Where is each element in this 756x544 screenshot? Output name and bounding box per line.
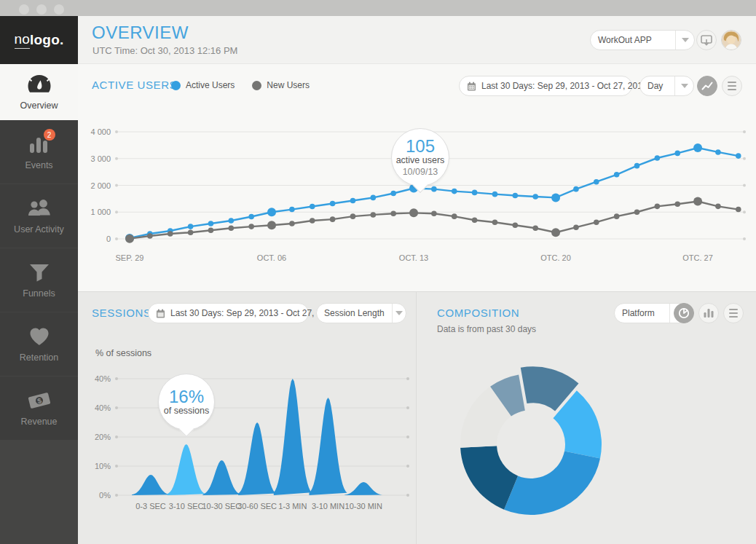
data-point[interactable] xyxy=(674,151,680,157)
pie-view-button[interactable] xyxy=(674,303,694,323)
data-point[interactable] xyxy=(492,219,498,225)
data-point[interactable] xyxy=(208,221,214,226)
data-point[interactable] xyxy=(573,224,579,230)
session-length-peak[interactable] xyxy=(168,444,205,495)
sessions-metric-selector[interactable]: Session Length xyxy=(316,303,406,323)
sidebar-item-overview[interactable]: Overview xyxy=(0,64,78,120)
data-point[interactable] xyxy=(289,207,295,213)
sessions-chart[interactable]: 40%40%20%10%0%0-3 SEC3-10 SEC10-30 SEC30… xyxy=(78,365,417,521)
data-point[interactable] xyxy=(229,226,235,232)
utc-time: UTC Time: Oct 30, 2013 12:16 PM xyxy=(92,45,237,56)
sidebar-item-label: Retention xyxy=(20,352,59,363)
data-point[interactable] xyxy=(594,179,599,185)
chevron-down-icon xyxy=(681,84,688,88)
session-length-peak[interactable] xyxy=(238,422,276,495)
data-point[interactable] xyxy=(371,195,377,201)
data-point[interactable] xyxy=(267,208,276,216)
data-point[interactable] xyxy=(188,229,194,235)
pie-chart-icon xyxy=(678,307,690,319)
data-point[interactable] xyxy=(452,189,457,194)
sidebar-item-funnels[interactable]: Funnels xyxy=(0,248,78,312)
sidebar-item-events[interactable]: 2 Events xyxy=(0,120,78,184)
data-point[interactable] xyxy=(330,201,336,207)
granularity-caret[interactable] xyxy=(674,76,693,95)
data-point[interactable] xyxy=(736,207,741,213)
data-point[interactable] xyxy=(551,193,560,202)
sidebar-item-retention[interactable]: Retention xyxy=(0,312,78,377)
data-point[interactable] xyxy=(513,222,519,228)
data-point[interactable] xyxy=(310,204,315,210)
bar-view-button[interactable] xyxy=(698,303,719,323)
data-point[interactable] xyxy=(693,143,702,152)
data-point[interactable] xyxy=(229,218,235,224)
date-range-selector[interactable]: Last 30 Days: Sep 29, 2013 - Oct 27, 201… xyxy=(459,76,632,96)
sidebar-item-user-activity[interactable]: User Activity xyxy=(0,184,78,248)
data-point[interactable] xyxy=(168,231,173,237)
window-dot-icon[interactable] xyxy=(36,4,47,15)
data-point[interactable] xyxy=(634,163,640,169)
data-point[interactable] xyxy=(736,153,741,159)
data-point[interactable] xyxy=(310,218,315,224)
chart-menu-button[interactable] xyxy=(722,76,742,96)
window-dot-icon[interactable] xyxy=(54,4,64,15)
legend-item-new-users[interactable]: New Users xyxy=(252,80,310,90)
data-point[interactable] xyxy=(330,216,336,222)
data-point[interactable] xyxy=(513,193,519,199)
export-button[interactable] xyxy=(696,30,717,50)
session-length-peak[interactable] xyxy=(310,398,347,495)
data-point[interactable] xyxy=(532,194,538,200)
data-point[interactable] xyxy=(614,213,620,219)
data-point[interactable] xyxy=(693,197,702,206)
donut-segment[interactable] xyxy=(504,451,600,515)
window-dot-icon[interactable] xyxy=(19,4,29,15)
data-point[interactable] xyxy=(594,219,599,225)
app-selector[interactable]: WorkOut APP xyxy=(590,30,695,50)
svg-text:1-3 MIN: 1-3 MIN xyxy=(278,502,307,511)
sessions-metric-caret[interactable] xyxy=(392,304,406,323)
data-point[interactable] xyxy=(390,210,396,216)
data-point[interactable] xyxy=(248,214,254,220)
data-point[interactable] xyxy=(390,191,396,197)
data-point[interactable] xyxy=(125,234,134,243)
session-length-peak[interactable] xyxy=(344,482,382,495)
session-length-peak[interactable] xyxy=(202,460,240,495)
data-point[interactable] xyxy=(431,210,437,216)
session-length-peak[interactable] xyxy=(132,475,170,495)
data-point[interactable] xyxy=(188,224,194,229)
logo[interactable]: nologo. xyxy=(0,16,78,64)
data-point[interactable] xyxy=(674,201,680,207)
data-point[interactable] xyxy=(409,208,418,217)
data-point[interactable] xyxy=(371,212,377,218)
composition-menu-button[interactable] xyxy=(723,303,744,323)
data-point[interactable] xyxy=(634,209,640,215)
data-point[interactable] xyxy=(472,190,478,196)
sessions-date-range-selector[interactable]: Last 30 Days: Sep 29, 2013 - Oct 27, 201… xyxy=(148,303,309,323)
sidebar-item-revenue[interactable]: $ Revenue xyxy=(0,377,78,441)
data-point[interactable] xyxy=(431,186,437,192)
data-point[interactable] xyxy=(147,233,153,239)
data-point[interactable] xyxy=(655,204,661,210)
legend-item-active-users[interactable]: Active Users xyxy=(171,80,235,90)
data-point[interactable] xyxy=(655,155,661,161)
line-chart-view-button[interactable] xyxy=(697,76,717,96)
data-point[interactable] xyxy=(452,213,457,219)
app-selector-caret[interactable] xyxy=(675,31,694,50)
data-point[interactable] xyxy=(208,227,214,233)
data-point[interactable] xyxy=(267,221,276,229)
data-point[interactable] xyxy=(350,198,356,204)
granularity-selector[interactable]: Day xyxy=(639,76,694,96)
avatar[interactable] xyxy=(721,30,741,50)
data-point[interactable] xyxy=(289,221,295,226)
data-point[interactable] xyxy=(248,224,254,229)
data-point[interactable] xyxy=(614,172,620,178)
data-point[interactable] xyxy=(472,217,478,223)
data-point[interactable] xyxy=(532,226,538,232)
app-selector-value: WorkOut APP xyxy=(591,35,675,45)
data-point[interactable] xyxy=(492,192,498,197)
data-point[interactable] xyxy=(551,228,560,237)
data-point[interactable] xyxy=(715,149,721,155)
data-point[interactable] xyxy=(573,186,579,192)
composition-donut-chart[interactable] xyxy=(444,357,618,532)
data-point[interactable] xyxy=(350,213,356,219)
data-point[interactable] xyxy=(715,204,721,210)
